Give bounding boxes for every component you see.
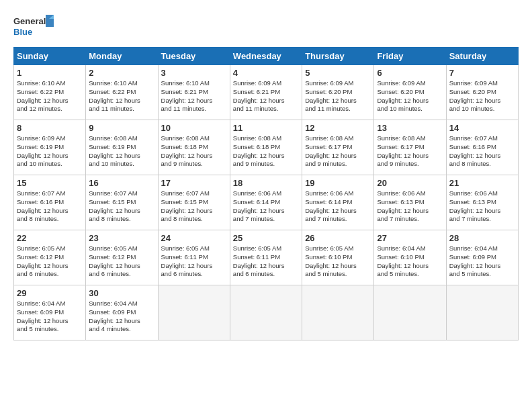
day-info: Sunrise: 6:05 AM Sunset: 6:11 PM Dayligh… — [233, 244, 299, 279]
calendar-cell — [158, 285, 230, 340]
calendar-week-row: 1Sunrise: 6:10 AM Sunset: 6:22 PM Daylig… — [14, 65, 519, 120]
day-number: 26 — [305, 233, 371, 243]
day-number: 15 — [17, 178, 83, 188]
calendar-header-row: SundayMondayTuesdayWednesdayThursdayFrid… — [14, 48, 519, 65]
logo: General Blue — [13, 12, 54, 40]
day-info: Sunrise: 6:04 AM Sunset: 6:10 PM Dayligh… — [377, 244, 443, 279]
calendar-cell: 19Sunrise: 6:06 AM Sunset: 6:14 PM Dayli… — [302, 175, 374, 230]
calendar-cell: 6Sunrise: 6:09 AM Sunset: 6:20 PM Daylig… — [374, 65, 446, 120]
day-info: Sunrise: 6:08 AM Sunset: 6:19 PM Dayligh… — [89, 134, 154, 169]
day-info: Sunrise: 6:05 AM Sunset: 6:10 PM Dayligh… — [305, 244, 371, 279]
day-info: Sunrise: 6:05 AM Sunset: 6:12 PM Dayligh… — [89, 244, 154, 279]
weekday-header: Friday — [374, 48, 446, 65]
calendar-cell: 17Sunrise: 6:07 AM Sunset: 6:15 PM Dayli… — [158, 175, 230, 230]
calendar-cell: 14Sunrise: 6:07 AM Sunset: 6:16 PM Dayli… — [446, 120, 518, 175]
day-number: 16 — [89, 178, 154, 188]
calendar-cell: 29Sunrise: 6:04 AM Sunset: 6:09 PM Dayli… — [14, 285, 86, 340]
calendar-cell: 18Sunrise: 6:06 AM Sunset: 6:14 PM Dayli… — [230, 175, 302, 230]
day-number: 30 — [89, 288, 154, 298]
logo-svg: General Blue — [13, 12, 54, 40]
calendar-cell: 13Sunrise: 6:08 AM Sunset: 6:17 PM Dayli… — [374, 120, 446, 175]
calendar-cell: 21Sunrise: 6:06 AM Sunset: 6:13 PM Dayli… — [446, 175, 518, 230]
day-info: Sunrise: 6:06 AM Sunset: 6:13 PM Dayligh… — [449, 189, 515, 224]
day-number: 27 — [377, 233, 443, 243]
day-info: Sunrise: 6:08 AM Sunset: 6:18 PM Dayligh… — [161, 134, 227, 169]
calendar-cell: 5Sunrise: 6:09 AM Sunset: 6:20 PM Daylig… — [302, 65, 374, 120]
day-number: 3 — [161, 68, 227, 78]
day-number: 20 — [377, 178, 443, 188]
day-number: 13 — [377, 123, 443, 133]
calendar-cell: 30Sunrise: 6:04 AM Sunset: 6:09 PM Dayli… — [86, 285, 158, 340]
calendar-week-row: 29Sunrise: 6:04 AM Sunset: 6:09 PM Dayli… — [14, 285, 519, 340]
day-info: Sunrise: 6:06 AM Sunset: 6:14 PM Dayligh… — [305, 189, 371, 224]
day-number: 24 — [161, 233, 227, 243]
calendar-cell: 15Sunrise: 6:07 AM Sunset: 6:16 PM Dayli… — [14, 175, 86, 230]
calendar-cell: 27Sunrise: 6:04 AM Sunset: 6:10 PM Dayli… — [374, 230, 446, 285]
day-number: 6 — [377, 68, 443, 78]
calendar-cell: 23Sunrise: 6:05 AM Sunset: 6:12 PM Dayli… — [86, 230, 158, 285]
calendar-cell: 26Sunrise: 6:05 AM Sunset: 6:10 PM Dayli… — [302, 230, 374, 285]
day-number: 29 — [17, 288, 83, 298]
day-info: Sunrise: 6:10 AM Sunset: 6:22 PM Dayligh… — [89, 79, 154, 113]
day-number: 19 — [305, 178, 371, 188]
calendar-cell: 8Sunrise: 6:09 AM Sunset: 6:19 PM Daylig… — [14, 120, 86, 175]
day-number: 2 — [89, 68, 154, 78]
day-info: Sunrise: 6:07 AM Sunset: 6:15 PM Dayligh… — [89, 189, 154, 224]
day-info: Sunrise: 6:09 AM Sunset: 6:20 PM Dayligh… — [305, 79, 371, 113]
day-info: Sunrise: 6:08 AM Sunset: 6:17 PM Dayligh… — [377, 134, 443, 169]
day-info: Sunrise: 6:06 AM Sunset: 6:13 PM Dayligh… — [377, 189, 443, 224]
day-info: Sunrise: 6:09 AM Sunset: 6:20 PM Dayligh… — [449, 79, 515, 113]
day-number: 23 — [89, 233, 154, 243]
calendar-cell — [302, 285, 374, 340]
weekday-header: Saturday — [446, 48, 518, 65]
weekday-header: Sunday — [14, 48, 86, 65]
weekday-header: Thursday — [302, 48, 374, 65]
weekday-header: Wednesday — [230, 48, 302, 65]
day-number: 11 — [233, 123, 299, 133]
calendar-week-row: 22Sunrise: 6:05 AM Sunset: 6:12 PM Dayli… — [14, 230, 519, 285]
svg-text:General: General — [13, 16, 46, 26]
calendar-cell: 3Sunrise: 6:10 AM Sunset: 6:21 PM Daylig… — [158, 65, 230, 120]
day-number: 18 — [233, 178, 299, 188]
day-info: Sunrise: 6:04 AM Sunset: 6:09 PM Dayligh… — [89, 300, 154, 334]
calendar-cell: 4Sunrise: 6:09 AM Sunset: 6:21 PM Daylig… — [230, 65, 302, 120]
day-info: Sunrise: 6:08 AM Sunset: 6:17 PM Dayligh… — [305, 134, 371, 169]
header: General Blue — [13, 12, 519, 40]
calendar-cell: 1Sunrise: 6:10 AM Sunset: 6:22 PM Daylig… — [14, 65, 86, 120]
day-number: 9 — [89, 123, 154, 133]
weekday-header: Tuesday — [158, 48, 230, 65]
calendar-cell: 2Sunrise: 6:10 AM Sunset: 6:22 PM Daylig… — [86, 65, 158, 120]
day-info: Sunrise: 6:09 AM Sunset: 6:20 PM Dayligh… — [377, 79, 443, 113]
calendar-cell: 16Sunrise: 6:07 AM Sunset: 6:15 PM Dayli… — [86, 175, 158, 230]
calendar-cell — [230, 285, 302, 340]
day-info: Sunrise: 6:04 AM Sunset: 6:09 PM Dayligh… — [449, 244, 515, 279]
calendar-cell: 7Sunrise: 6:09 AM Sunset: 6:20 PM Daylig… — [446, 65, 518, 120]
day-info: Sunrise: 6:06 AM Sunset: 6:14 PM Dayligh… — [233, 189, 299, 224]
day-number: 28 — [449, 233, 515, 243]
day-info: Sunrise: 6:09 AM Sunset: 6:21 PM Dayligh… — [233, 79, 299, 113]
day-number: 8 — [17, 123, 83, 133]
day-info: Sunrise: 6:07 AM Sunset: 6:15 PM Dayligh… — [161, 189, 227, 224]
day-number: 14 — [449, 123, 515, 133]
day-number: 5 — [305, 68, 371, 78]
calendar-week-row: 8Sunrise: 6:09 AM Sunset: 6:19 PM Daylig… — [14, 120, 519, 175]
day-info: Sunrise: 6:05 AM Sunset: 6:11 PM Dayligh… — [161, 244, 227, 279]
day-info: Sunrise: 6:07 AM Sunset: 6:16 PM Dayligh… — [449, 134, 515, 169]
calendar-table: SundayMondayTuesdayWednesdayThursdayFrid… — [13, 47, 519, 340]
day-number: 12 — [305, 123, 371, 133]
calendar-week-row: 15Sunrise: 6:07 AM Sunset: 6:16 PM Dayli… — [14, 175, 519, 230]
calendar-cell: 20Sunrise: 6:06 AM Sunset: 6:13 PM Dayli… — [374, 175, 446, 230]
day-info: Sunrise: 6:05 AM Sunset: 6:12 PM Dayligh… — [17, 244, 83, 279]
calendar-cell — [374, 285, 446, 340]
svg-text:Blue: Blue — [13, 27, 32, 37]
day-info: Sunrise: 6:10 AM Sunset: 6:21 PM Dayligh… — [161, 79, 227, 113]
calendar-cell: 11Sunrise: 6:08 AM Sunset: 6:18 PM Dayli… — [230, 120, 302, 175]
calendar-cell: 10Sunrise: 6:08 AM Sunset: 6:18 PM Dayli… — [158, 120, 230, 175]
page: General Blue SundayMondayTuesdayWednesda… — [0, 0, 532, 347]
day-info: Sunrise: 6:09 AM Sunset: 6:19 PM Dayligh… — [17, 134, 83, 169]
calendar-cell — [446, 285, 518, 340]
day-number: 1 — [17, 68, 83, 78]
day-info: Sunrise: 6:08 AM Sunset: 6:18 PM Dayligh… — [233, 134, 299, 169]
day-number: 25 — [233, 233, 299, 243]
day-number: 17 — [161, 178, 227, 188]
